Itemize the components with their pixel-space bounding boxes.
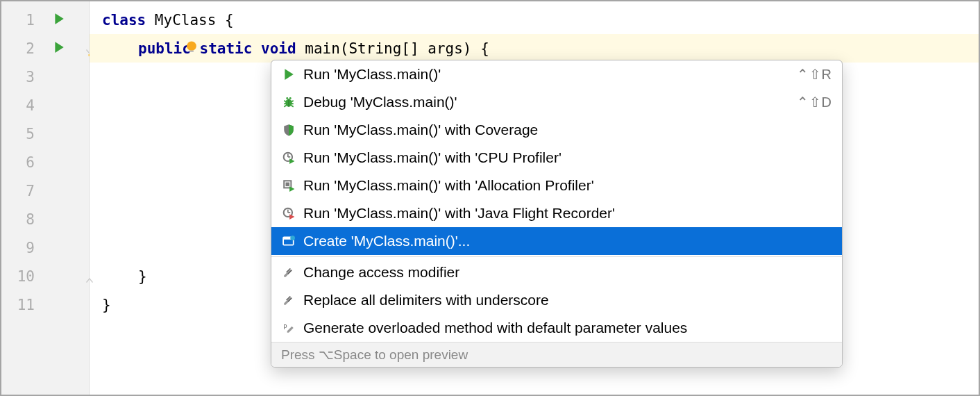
keyword: static <box>200 40 253 57</box>
line-number: 6 <box>26 154 35 171</box>
gutter-line: 8 <box>1 205 89 233</box>
create-config-icon <box>281 235 296 247</box>
jfr-icon <box>281 207 296 220</box>
svg-rect-17 <box>286 183 290 187</box>
gutter-line: 3 <box>1 63 89 91</box>
popup-item-generate-overloaded[interactable]: P Generate overloaded method with defaul… <box>271 314 842 342</box>
svg-line-9 <box>284 106 286 107</box>
run-icon <box>281 68 296 81</box>
code-line-highlighted: public static void main(String[] args) { <box>90 34 979 63</box>
brace: } <box>138 268 147 285</box>
popup-item-cpu-profiler[interactable]: Run 'MyClass.main()' with 'CPU Profiler' <box>271 144 842 172</box>
gutter: 1 2 3 4 5 6 7 8 9 10 11 <box>1 1 90 395</box>
intention-params-icon: P <box>281 322 296 334</box>
run-gutter-icon[interactable] <box>53 12 65 28</box>
popup-item-alloc-profiler[interactable]: Run 'MyClass.main()' with 'Allocation Pr… <box>271 172 842 199</box>
run-gutter-icon[interactable] <box>53 40 65 57</box>
popup-item-coverage[interactable]: Run 'MyClass.main()' with Coverage <box>271 116 842 144</box>
svg-line-10 <box>291 106 293 107</box>
line-number: 1 <box>26 12 35 28</box>
line-number: 2 <box>26 40 35 57</box>
gutter-line: 11 <box>1 290 89 319</box>
identifier: main(String[] args) <box>305 40 480 57</box>
svg-point-12 <box>289 97 292 99</box>
popup-label: Run 'MyClass.main()' with 'Java Flight R… <box>303 205 832 222</box>
run-actions-popup: Run 'MyClass.main()' ⌃⇧R Debug 'MyClass.… <box>271 60 843 368</box>
line-number: 10 <box>17 268 35 285</box>
svg-text:P: P <box>283 324 287 331</box>
code-area[interactable]: class MyClass { public static void main(… <box>90 1 979 395</box>
svg-point-11 <box>286 97 288 99</box>
popup-label: Run 'MyClass.main()' with Coverage <box>303 122 832 138</box>
coverage-icon <box>281 124 296 136</box>
debug-icon <box>281 96 296 108</box>
popup-label: Run 'MyClass.main()' with 'Allocation Pr… <box>303 177 832 194</box>
line-number: 3 <box>26 69 35 85</box>
gutter-line: 10 <box>1 262 89 290</box>
svg-rect-2 <box>189 50 194 52</box>
line-number: 11 <box>17 297 35 313</box>
popup-label: Debug 'MyClass.main()' <box>303 94 797 110</box>
brace: { <box>225 12 234 28</box>
alloc-profiler-icon <box>281 179 296 192</box>
popup-shortcut: ⌃⇧D <box>797 94 832 110</box>
line-number: 4 <box>26 97 35 114</box>
popup-footer: Press ⌥Space to open preview <box>271 342 842 367</box>
intention-icon <box>281 266 296 279</box>
popup-separator <box>271 256 842 257</box>
popup-label: Generate overloaded method with default … <box>303 320 832 336</box>
svg-point-23 <box>290 236 295 240</box>
popup-shortcut: ⌃⇧R <box>797 66 832 83</box>
popup-label: Run 'MyClass.main()' <box>303 66 797 83</box>
line-number: 8 <box>26 211 35 228</box>
popup-label: Run 'MyClass.main()' with 'CPU Profiler' <box>303 149 832 166</box>
brace: { <box>480 40 489 57</box>
intention-icon <box>281 294 296 306</box>
line-number: 7 <box>26 183 35 199</box>
popup-item-jfr[interactable]: Run 'MyClass.main()' with 'Java Flight R… <box>271 199 842 227</box>
gutter-line: 6 <box>1 148 89 176</box>
keyword: void <box>261 40 296 57</box>
line-number: 5 <box>26 126 35 142</box>
code-line: class MyClass { <box>90 6 979 34</box>
svg-point-1 <box>187 41 196 51</box>
cpu-profiler-icon <box>281 151 296 164</box>
gutter-line: 9 <box>1 233 89 262</box>
popup-item-run[interactable]: Run 'MyClass.main()' ⌃⇧R <box>271 60 842 88</box>
line-number: 9 <box>26 240 35 256</box>
gutter-line: 7 <box>1 176 89 205</box>
gutter-line: 4 <box>1 91 89 119</box>
gutter-line: 1 <box>1 6 89 34</box>
popup-label: Replace all delimiters with underscore <box>303 292 832 308</box>
popup-label: Create 'MyClass.main()'... <box>303 233 832 249</box>
gutter-line: 5 <box>1 119 89 148</box>
code-editor: 1 2 3 4 5 6 7 8 9 10 11 clas <box>1 1 979 395</box>
popup-item-create-config[interactable]: Create 'MyClass.main()'... <box>271 227 842 255</box>
gutter-line: 2 <box>1 34 89 63</box>
popup-item-change-access[interactable]: Change access modifier <box>271 258 842 286</box>
popup-item-debug[interactable]: Debug 'MyClass.main()' ⌃⇧D <box>271 88 842 116</box>
popup-item-replace-delimiters[interactable]: Replace all delimiters with underscore <box>271 286 842 314</box>
brace: } <box>102 297 111 313</box>
popup-label: Change access modifier <box>303 264 832 281</box>
